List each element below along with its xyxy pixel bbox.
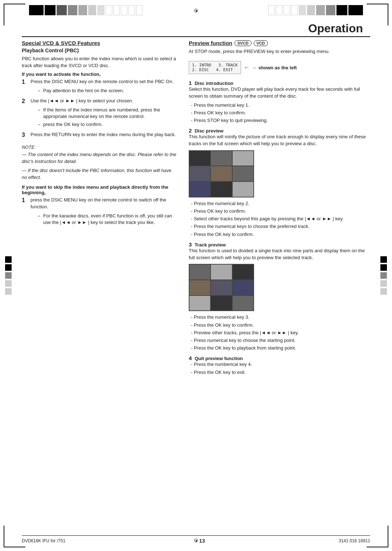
skip-step-1: 1 press the DSIC MENU key on the remote … (22, 197, 178, 227)
quit-preview-heading: 4 Quit preview function (189, 355, 370, 361)
grid-cell-8 (211, 182, 232, 197)
step-1-main: Press the DISC MENU key on the remote co… (30, 78, 178, 85)
step-2-content: Use the |◄◄ or ►► | key to select your c… (30, 98, 178, 129)
bar-block (268, 5, 275, 15)
disc-preview-title: Disc preview (195, 128, 224, 134)
section-disc-introduction: 1 Disc introduction Select this function… (189, 80, 370, 124)
center-registration-dot (194, 9, 198, 12)
bar-block (326, 5, 335, 15)
skip-step-1-arrow: → For the karaoke discs, even if PBC fun… (36, 213, 178, 226)
step-num-2: 2 (22, 98, 28, 105)
preview-function-title: Preview function (189, 40, 232, 46)
arrow-icon: → (36, 87, 41, 94)
footer-code: 3141 016 18911 (339, 538, 370, 543)
skip-step-1-main: press the DSIC MENU key on the remote co… (30, 197, 178, 211)
grid-cell-3 (233, 151, 253, 166)
section-title-vcd: Special VCD & SVCD Features (22, 40, 178, 46)
side-block (5, 288, 12, 295)
reg-mark-tl (4, 4, 25, 25)
step-2: 2 Use the |◄◄ or ►► | key to select your… (22, 98, 178, 129)
side-block (380, 272, 387, 279)
track-preview-bullet-2: Press the OK key to confirm. (191, 322, 370, 328)
grid-cell-t7 (189, 296, 210, 311)
section-disc-preview: 2 Disc preview This function will minify… (189, 127, 370, 238)
bar-block (307, 5, 315, 15)
page-number: 13 (199, 538, 205, 544)
bar-block (78, 5, 87, 15)
svcd-badge: SVCD (234, 40, 252, 46)
note-line-1: — The content of the index menu depends … (22, 151, 178, 165)
index-menu-box: 1. INTRO 3. TRACK 2. DISC 4. EXIT (189, 61, 241, 74)
track-preview-description: This function is used to divided a singl… (189, 248, 370, 261)
top-bar-right (247, 5, 363, 15)
left-column: Special VCD & SVCD Features Playback Con… (22, 40, 178, 518)
disc-preview-grid (189, 150, 254, 197)
vcd-badge: VCD (254, 40, 268, 46)
side-block (5, 256, 12, 263)
bottom-registration-dot (194, 539, 198, 542)
bar-block (106, 5, 112, 15)
step-2-arrow1-text: If the items of the index menus are numb… (43, 107, 178, 120)
preview-function-header: Preview function SVCD VCD (189, 40, 370, 46)
bar-block (128, 5, 135, 15)
track-preview-grid (189, 264, 254, 311)
bar-block (136, 5, 143, 15)
shown-label-text: ← shown as the left (252, 65, 297, 70)
bar-block (276, 5, 282, 15)
arrow-icon: → (36, 213, 41, 226)
grid-cell-1 (189, 151, 210, 166)
index-menu-area: 1. INTRO 3. TRACK 2. DISC 4. EXIT ← ← sh… (189, 58, 370, 77)
disc-preview-bullet-5: Press the OK key to confirm. (191, 231, 370, 238)
track-preview-bullet-4: Press numerical key to choose the starti… (191, 337, 370, 344)
skip-step-1-arrow-text: For the karaoke discs, even if PBC funct… (43, 213, 178, 226)
step-1: 1 Press the DISC MENU key on the remote … (22, 78, 178, 95)
step-num-1: 1 (22, 78, 28, 85)
arrow-icon: → (36, 107, 41, 120)
side-marks-right (380, 256, 387, 295)
pbc-description: PBC function allows you to enter the ind… (22, 56, 178, 69)
track-preview-bullet-3: Preview other tracks, press the |◄◄ or ►… (191, 330, 370, 336)
side-block (380, 280, 387, 287)
step-3-main: Press the RETURN key to enter the index … (30, 131, 178, 138)
page-title: Operation (308, 22, 363, 35)
disc-preview-bullet-3: Select other tracks beyond this page by … (191, 216, 370, 222)
bar-block (88, 5, 96, 15)
right-column: Preview function SVCD VCD At STOP mode, … (189, 40, 370, 518)
track-preview-heading: 3 Track preview (189, 241, 370, 248)
disc-preview-description: This function will minify the picture of… (189, 134, 370, 147)
grid-cell-6 (233, 166, 253, 181)
title-divider (22, 36, 370, 37)
side-block (380, 288, 387, 295)
bar-block (29, 5, 44, 15)
bar-block (57, 5, 67, 15)
bar-block (299, 5, 306, 15)
content-columns: Special VCD & SVCD Features Playback Con… (22, 40, 370, 518)
disc-preview-bullet-2: Press OK key to confirm. (191, 208, 370, 215)
subsection-title-pbc: Playback Control (PBC) (22, 48, 178, 53)
section-track-preview: 3 Track preview This function is used to… (189, 241, 370, 352)
track-preview-bullet-5: Press the OK key to playback from starti… (191, 345, 370, 351)
disc-intro-bullet-1: Press the numerical key 1. (191, 102, 370, 109)
disc-preview-bullet-4: Press the numerical keys to choose the p… (191, 223, 370, 230)
quit-preview-bullet-1: Press the numberical key 4. (191, 361, 370, 368)
section-num-2: 2 (189, 127, 193, 134)
step-2-arrow2: → press the OK key to confirm. (36, 121, 178, 128)
note-label: NOTE: (22, 144, 178, 151)
skip-heading: If you want to skip the index menu and p… (22, 184, 178, 195)
step-3-content: Press the RETURN key to enter the index … (30, 131, 178, 140)
grid-cell-7 (189, 182, 210, 197)
disc-intro-description: Select this function, DVD player will pl… (189, 86, 370, 100)
preview-description: At STOP mode, press the PREVIEW key to e… (189, 48, 370, 55)
step-3: 3 Press the RETURN key to enter the inde… (22, 131, 178, 140)
step-num-3: 3 (22, 131, 28, 138)
disc-preview-heading: 2 Disc preview (189, 127, 370, 134)
bar-block (68, 5, 77, 15)
bar-block (45, 5, 56, 15)
section-num-3: 3 (189, 241, 193, 248)
bar-block (283, 5, 290, 15)
disc-intro-bullet-2: Press OK key to confirm. (191, 110, 370, 116)
disc-preview-bullet-1: Press the numerical key 2. (191, 200, 370, 207)
track-preview-title: Track preview (195, 242, 226, 248)
step-1-content: Press the DISC MENU key on the remote co… (30, 78, 178, 95)
grid-cell-t6 (233, 280, 253, 295)
